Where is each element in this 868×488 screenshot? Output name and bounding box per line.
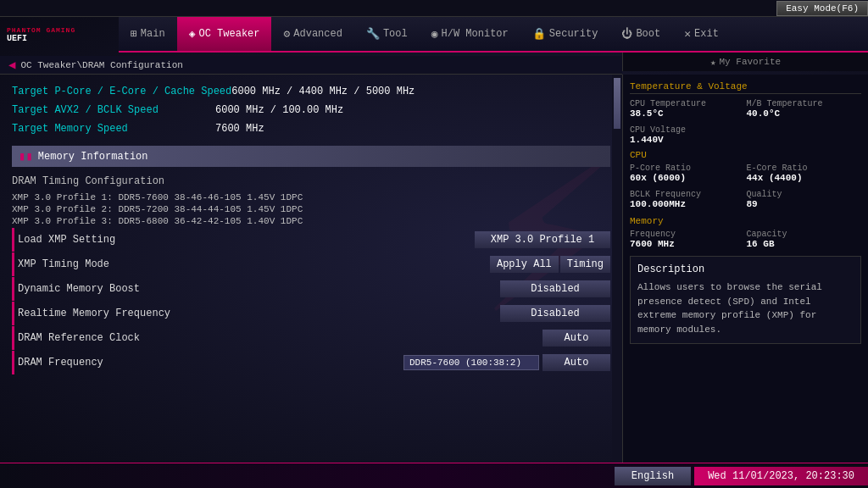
- config-xmp-timing: XMP Timing Mode Apply All Timing: [12, 252, 610, 276]
- mb-temp-value: 40.0°C: [747, 108, 862, 119]
- datetime-display: Wed 11/01/2023, 20:23:30: [694, 467, 868, 485]
- target-pcore-label: Target P-Core / E-Core / Cache Speed: [12, 86, 231, 97]
- realtime-freq-value[interactable]: Disabled: [500, 305, 610, 322]
- cpu-voltage-value: 1.440V: [630, 135, 861, 145]
- nav-hw-monitor[interactable]: ◉ H/W Monitor: [420, 17, 520, 51]
- tool-icon: 🔧: [366, 27, 380, 41]
- target-pcore-value: 6000 MHz / 4400 MHz / 5000 MHz: [231, 86, 415, 97]
- config-dram-ref-clock: DRAM Reference Clock Auto: [12, 326, 610, 350]
- freq-label: Frequency: [630, 230, 745, 239]
- quality-label: Quality: [747, 190, 862, 199]
- hw-monitor-icon: ◉: [431, 27, 438, 41]
- bios-type-label: UEFI: [7, 34, 75, 43]
- dram-freq-input[interactable]: [403, 355, 539, 370]
- breadcrumb: ◀ OC Tweaker\DRAM Configuration: [0, 56, 622, 75]
- memory-subsection: Memory: [630, 216, 861, 226]
- realtime-freq-label: Realtime Memory Frequency: [14, 308, 500, 319]
- nav-boot-label: Boot: [636, 28, 660, 40]
- nav-exit[interactable]: ✕ Exit: [672, 17, 731, 51]
- nav-tool-label: Tool: [383, 28, 408, 40]
- memory-grid: Frequency 7600 MHz Capacity 16 GB: [630, 230, 861, 249]
- favorite-bar[interactable]: ★ My Favorite: [622, 53, 868, 71]
- temp-voltage-grid: CPU Temperature 38.5°C M/B Temperature 4…: [630, 99, 861, 119]
- logo-area: PHANTOM GAMING UEFI: [0, 17, 119, 53]
- cpu-subsection: CPU: [630, 150, 861, 160]
- xmp-timing-apply-all[interactable]: Apply All: [490, 256, 559, 273]
- main-content: Target P-Core / E-Core / Cache Speed 600…: [0, 75, 622, 463]
- nav-advanced-label: Advanced: [293, 28, 342, 40]
- config-load-xmp: Load XMP Setting XMP 3.0 Profile 1: [12, 228, 610, 252]
- target-row-pcore: Target P-Core / E-Core / Cache Speed 600…: [12, 83, 610, 100]
- memory-info-title: Memory Information: [38, 151, 148, 163]
- capacity-label: Capacity: [747, 230, 862, 239]
- section-indicator-icon: ▮▮: [19, 149, 33, 164]
- boot-icon: ⏻: [621, 28, 632, 41]
- description-title: Description: [637, 263, 854, 275]
- nav-security-label: Security: [549, 28, 598, 40]
- main-icon: ⊞: [131, 27, 137, 41]
- cpu-ratio-grid: P-Core Ratio 60x (6000) E-Core Ratio 44x…: [630, 164, 861, 183]
- target-memory-label: Target Memory Speed: [12, 123, 215, 135]
- nav-security[interactable]: 🔒 Security: [520, 17, 610, 51]
- favorite-label: My Favorite: [720, 57, 782, 67]
- security-icon: 🔒: [532, 27, 546, 41]
- nav-bar: ⊞ Main ◈ OC Tweaker ⚙ Advanced 🔧 Tool ◉ …: [119, 17, 868, 53]
- cpu-voltage-label: CPU Voltage: [630, 125, 861, 135]
- config-realtime-freq: Realtime Memory Frequency Disabled: [12, 302, 610, 325]
- scrollbar-thumb[interactable]: [614, 78, 620, 129]
- target-memory-value: 7600 MHz: [215, 123, 264, 135]
- e-core-ratio-value: 44x (4400): [747, 173, 862, 183]
- temp-voltage-title: Temperature & Voltage: [630, 81, 861, 94]
- top-bar: Easy Mode(F6): [0, 0, 868, 17]
- nav-hw-monitor-label: H/W Monitor: [442, 28, 509, 40]
- language-selector[interactable]: English: [615, 467, 691, 485]
- dram-ref-clock-value[interactable]: Auto: [542, 330, 610, 347]
- exit-icon: ✕: [684, 27, 691, 41]
- xmp-profile-1: XMP 3.0 Profile 1: DDR5-7600 38-46-46-10…: [12, 192, 610, 202]
- breadcrumb-arrow-icon: ◀: [8, 58, 15, 72]
- target-row-memory: Target Memory Speed 7600 MHz: [12, 120, 610, 137]
- bclk-quality-grid: BCLK Frequency 100.000MHz Quality 89: [630, 190, 861, 209]
- dram-freq-label: DRAM Frequency: [14, 357, 403, 369]
- xmp-timing-values: Apply All Timing: [490, 256, 610, 273]
- nav-oc-tweaker-label: OC Tweaker: [198, 28, 259, 40]
- mb-temp-label: M/B Temperature: [747, 99, 862, 108]
- nav-exit-label: Exit: [694, 28, 719, 40]
- easy-mode-button[interactable]: Easy Mode(F6): [776, 1, 868, 16]
- load-xmp-value[interactable]: XMP 3.0 Profile 1: [475, 231, 610, 248]
- nav-boot[interactable]: ⏻ Boot: [609, 17, 672, 51]
- p-core-ratio-label: P-Core Ratio: [630, 164, 745, 173]
- dram-ref-clock-label: DRAM Reference Clock: [14, 332, 542, 344]
- nav-oc-tweaker[interactable]: ◈ OC Tweaker: [177, 17, 272, 51]
- xmp-timing-label: XMP Timing Mode: [14, 258, 490, 270]
- oc-tweaker-icon: ◈: [189, 27, 196, 41]
- target-avx2-label: Target AVX2 / BCLK Speed: [12, 104, 215, 116]
- nav-main-label: Main: [141, 28, 165, 40]
- xmp-profile-2: XMP 3.0 Profile 2: DDR5-7200 38-44-44-10…: [12, 204, 610, 214]
- dram-freq-value[interactable]: Auto: [542, 354, 610, 371]
- e-core-ratio-label: E-Core Ratio: [747, 164, 862, 173]
- dram-timing-label: DRAM Timing Configuration: [12, 174, 610, 189]
- memory-info-section-header: ▮▮ Memory Information: [12, 146, 610, 167]
- scrollbar[interactable]: [612, 75, 622, 463]
- star-icon: ★: [710, 57, 716, 68]
- load-xmp-label: Load XMP Setting: [14, 234, 475, 246]
- dynamic-boost-label: Dynamic Memory Boost: [14, 283, 500, 295]
- xmp-profile-3: XMP 3.0 Profile 3: DDR5-6800 36-42-42-10…: [12, 216, 610, 226]
- xmp-timing-timing[interactable]: Timing: [560, 256, 610, 273]
- advanced-icon: ⚙: [283, 27, 290, 41]
- config-dram-freq: DRAM Frequency Auto: [12, 351, 610, 374]
- config-dynamic-boost: Dynamic Memory Boost Disabled: [12, 277, 610, 301]
- bottom-bar: English Wed 11/01/2023, 20:23:30: [0, 463, 868, 488]
- nav-tool[interactable]: 🔧 Tool: [354, 17, 420, 51]
- nav-main[interactable]: ⊞ Main: [119, 17, 177, 51]
- bclk-freq-label: BCLK Frequency: [630, 190, 745, 199]
- cpu-temp-value: 38.5°C: [630, 108, 745, 119]
- p-core-ratio-value: 60x (6000): [630, 173, 745, 183]
- nav-advanced[interactable]: ⚙ Advanced: [271, 17, 353, 51]
- dynamic-boost-value[interactable]: Disabled: [500, 280, 610, 297]
- capacity-value: 16 GB: [747, 239, 862, 249]
- right-panel: Temperature & Voltage CPU Temperature 38…: [622, 75, 868, 463]
- cpu-temp-label: CPU Temperature: [630, 99, 745, 108]
- breadcrumb-path: OC Tweaker\DRAM Configuration: [20, 60, 182, 70]
